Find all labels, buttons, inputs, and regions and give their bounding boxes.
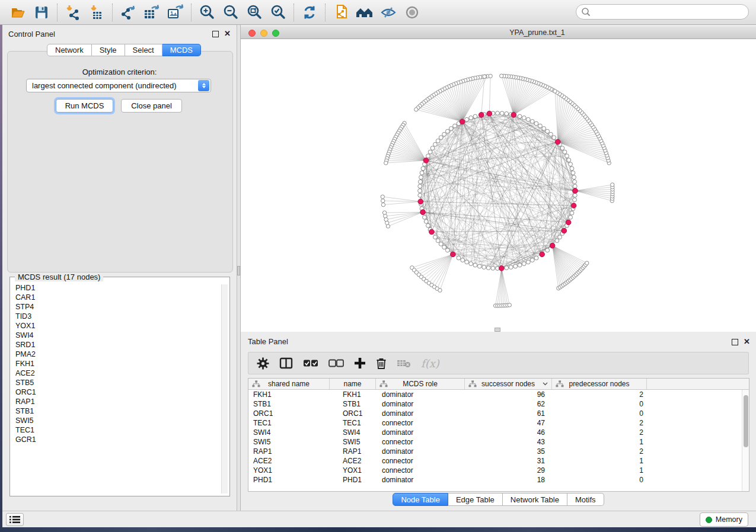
memory-button[interactable]: Memory bbox=[700, 512, 748, 527]
table-scrollbar[interactable] bbox=[742, 390, 749, 491]
deselect-all-rows-icon[interactable] bbox=[328, 354, 344, 372]
mcds-result-item[interactable]: GCR1 bbox=[12, 435, 221, 444]
toolbar-separator bbox=[294, 4, 294, 21]
table-tab-network-table[interactable]: Network Table bbox=[503, 493, 567, 506]
table-row[interactable]: ACE2ACE2connector311 bbox=[248, 456, 742, 466]
cell-predecessor_nodes: 1 bbox=[552, 456, 647, 466]
mcds-result-item[interactable]: PMA2 bbox=[12, 350, 221, 359]
criterion-select[interactable]: largest connected component (undirected) bbox=[26, 79, 211, 92]
tab-select[interactable]: Select bbox=[125, 44, 162, 56]
mcds-result-item[interactable]: STP4 bbox=[12, 302, 221, 312]
toggle-columns-icon[interactable] bbox=[279, 354, 293, 372]
houses-icon[interactable] bbox=[353, 2, 377, 23]
control-panel-title: Control Panel bbox=[8, 30, 55, 39]
table-row[interactable]: STB1STB1dominator620 bbox=[248, 399, 742, 409]
tab-mcds[interactable]: MCDS bbox=[162, 44, 201, 56]
eye-icon[interactable] bbox=[400, 2, 424, 23]
mcds-result-item[interactable]: PHD1 bbox=[12, 283, 221, 293]
save-session-icon[interactable] bbox=[30, 2, 53, 23]
mcds-result-item[interactable]: TID3 bbox=[12, 312, 221, 321]
add-column-icon[interactable] bbox=[354, 354, 366, 372]
column-header-predecessor-nodes[interactable]: predecessor nodes bbox=[552, 379, 647, 389]
table-panel-titlebar: Table Panel ✕ bbox=[241, 336, 756, 347]
tab-style[interactable]: Style bbox=[92, 44, 125, 56]
settings-gear-icon[interactable] bbox=[257, 354, 269, 372]
cell-mcds_role: connector bbox=[376, 466, 465, 475]
zoom-selected-icon[interactable] bbox=[266, 2, 290, 23]
table-tab-node-table[interactable]: Node Table bbox=[393, 493, 448, 506]
select-all-rows-icon[interactable] bbox=[303, 354, 318, 372]
function-builder-icon[interactable]: f(x) bbox=[421, 354, 439, 372]
mcds-list-scrollbar[interactable] bbox=[221, 284, 228, 493]
delete-table-icon[interactable] bbox=[397, 354, 411, 372]
mcds-result-item[interactable]: ACE2 bbox=[12, 368, 221, 378]
mcds-result-list: PHD1CAR1STP4TID3YOX1SWI4SRD1PMA2FKH1ACE2… bbox=[12, 283, 221, 493]
float-panel-icon[interactable] bbox=[732, 339, 738, 345]
network-view-canvas[interactable] bbox=[241, 39, 756, 332]
column-header-shared-name[interactable]: shared name bbox=[248, 379, 330, 389]
criterion-selected-value: largest connected component (undirected) bbox=[27, 81, 198, 90]
close-panel-button[interactable]: Close panel bbox=[121, 99, 182, 113]
search-field[interactable] bbox=[576, 4, 749, 20]
zoom-in-icon[interactable] bbox=[195, 2, 219, 23]
mcds-result-item[interactable]: YOX1 bbox=[12, 321, 221, 331]
eye-slash-icon[interactable] bbox=[377, 2, 400, 23]
table-scrollbar-thumb[interactable] bbox=[744, 395, 748, 447]
mcds-result-item[interactable]: STB1 bbox=[12, 406, 221, 416]
refresh-icon[interactable] bbox=[298, 2, 321, 23]
table-tabs: Node TableEdge TableNetwork TableMotifs bbox=[241, 493, 756, 506]
export-network-icon[interactable] bbox=[116, 2, 140, 23]
mcds-result-item[interactable]: STB5 bbox=[12, 378, 221, 387]
mcds-result-item[interactable]: TEC1 bbox=[12, 425, 221, 435]
mcds-result-item[interactable]: RAP1 bbox=[12, 397, 221, 406]
table-row[interactable]: SWI5SWI5connector431 bbox=[248, 437, 742, 447]
open-session-icon[interactable] bbox=[6, 2, 30, 23]
column-header-successor-nodes[interactable]: successor nodes bbox=[465, 379, 552, 389]
float-panel-icon[interactable] bbox=[212, 31, 219, 37]
mcds-result-group: MCDS result (17 nodes) PHD1CAR1STP4TID3Y… bbox=[9, 277, 230, 496]
search-input[interactable] bbox=[576, 4, 749, 20]
table-row[interactable]: FKH1FKH1dominator962 bbox=[248, 390, 742, 399]
cell-predecessor_nodes: 2 bbox=[552, 390, 647, 399]
import-table-icon[interactable] bbox=[85, 2, 109, 23]
mcds-result-item[interactable]: SWI4 bbox=[12, 331, 221, 340]
export-image-icon[interactable] bbox=[164, 2, 187, 23]
zoom-fit-icon[interactable] bbox=[243, 2, 266, 23]
horizontal-splitter-handle[interactable] bbox=[495, 328, 500, 332]
cell-mcds_role: dominator bbox=[376, 390, 465, 399]
node-table: shared namenameMCDS rolesuccessor nodesp… bbox=[248, 378, 749, 492]
mcds-result-item[interactable]: ORC1 bbox=[12, 387, 221, 397]
network-window-titlebar[interactable]: YPA_prune.txt_1 bbox=[241, 27, 756, 39]
column-header-MCDS-role[interactable]: MCDS role bbox=[376, 379, 465, 389]
zoom-out-icon[interactable] bbox=[219, 2, 243, 23]
cell-shared_name: PHD1 bbox=[248, 475, 330, 485]
delete-columns-icon[interactable] bbox=[376, 354, 387, 372]
table-row[interactable]: SWI4SWI4dominator462 bbox=[248, 428, 742, 437]
mcds-result-item[interactable]: CAR1 bbox=[12, 293, 221, 302]
column-header-name[interactable]: name bbox=[330, 379, 376, 389]
table-row[interactable]: RAP1RAP1dominator352 bbox=[248, 447, 742, 456]
table-tab-motifs[interactable]: Motifs bbox=[567, 493, 604, 506]
close-panel-icon[interactable]: ✕ bbox=[224, 30, 231, 38]
mcds-result-item[interactable]: SRD1 bbox=[12, 340, 221, 350]
close-panel-icon[interactable]: ✕ bbox=[744, 338, 750, 346]
share-document-icon[interactable] bbox=[329, 2, 353, 23]
export-table-icon[interactable] bbox=[140, 2, 164, 23]
column-label: name bbox=[343, 380, 361, 388]
cell-name: SWI5 bbox=[330, 437, 376, 447]
import-network-icon[interactable] bbox=[61, 2, 85, 23]
table-tab-edge-table[interactable]: Edge Table bbox=[448, 493, 503, 506]
column-label: predecessor nodes bbox=[569, 380, 629, 388]
mcds-result-item[interactable]: FKH1 bbox=[12, 359, 221, 368]
splitter-handle[interactable] bbox=[237, 266, 240, 275]
table-row[interactable]: TEC1TEC1connector472 bbox=[248, 418, 742, 428]
table-row[interactable]: YOX1YOX1connector291 bbox=[248, 466, 742, 475]
table-panel-title: Table Panel bbox=[248, 337, 288, 346]
table-row[interactable]: ORC1ORC1dominator610 bbox=[248, 409, 742, 418]
mcds-result-item[interactable]: SWI5 bbox=[12, 416, 221, 425]
cell-name: ORC1 bbox=[330, 409, 376, 418]
table-row[interactable]: PHD1PHD1dominator180 bbox=[248, 475, 742, 485]
run-mcds-button[interactable]: Run MCDS bbox=[56, 99, 113, 113]
tab-network[interactable]: Network bbox=[47, 44, 92, 56]
task-history-button[interactable] bbox=[6, 513, 24, 526]
